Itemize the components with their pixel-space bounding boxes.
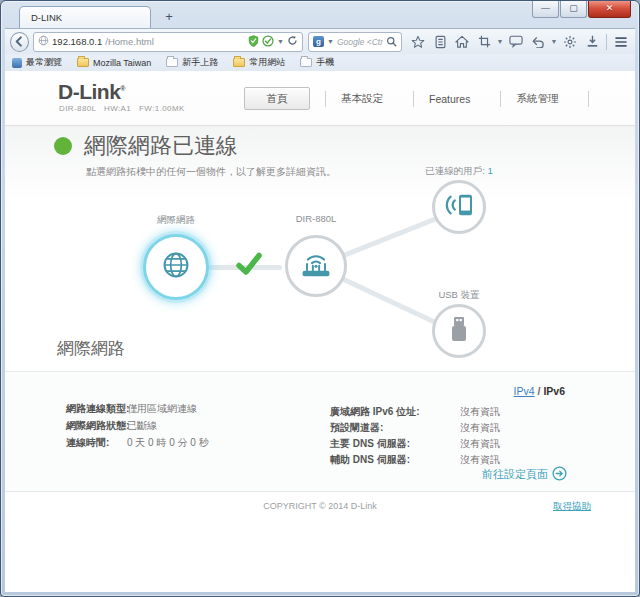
folder-icon — [77, 58, 89, 67]
nav-separator — [588, 91, 589, 107]
titlebar[interactable]: D-LINK + — ▢ ✕ — [5, 1, 635, 28]
undo-dropdown-icon[interactable]: ▼ — [549, 32, 559, 52]
toolbar-separator — [606, 34, 607, 50]
window-controls: — ▢ ✕ — [531, 1, 631, 18]
search-engine-icon[interactable]: g — [313, 36, 324, 47]
reload-icon[interactable] — [287, 35, 298, 48]
nav-tab-management[interactable]: 系統管理 — [501, 92, 573, 106]
tab-title: D-LINK — [31, 12, 62, 23]
crop-dropdown-icon[interactable]: ▼ — [495, 32, 505, 52]
usb-node[interactable] — [432, 304, 486, 358]
get-help-link[interactable]: 取得協助 — [553, 500, 591, 513]
detail-row-connection-type: 網路連線類型: — [66, 402, 129, 416]
detail-value-gateway: 沒有資訊 — [460, 421, 500, 435]
router-node-label: DIR-880L — [285, 213, 347, 224]
navigation-toolbar: 192.168.0.1 /Home.html ▼ g ▼ Google <Ctr… — [5, 28, 635, 54]
detail-value-secondary-dns: 沒有資訊 — [460, 453, 500, 467]
search-engine-dropdown-icon[interactable]: ▼ — [327, 38, 334, 45]
detail-row-gateway: 預設閘道器: — [330, 421, 383, 435]
bookmarks-menu-icon[interactable] — [429, 32, 451, 52]
model-firmware-line: DIR-880L HW:A1 FW:1.00MK — [59, 104, 185, 113]
detail-row-internet-status: 網際網路狀態: — [66, 419, 129, 433]
crop-tool-icon[interactable] — [473, 32, 495, 52]
usb-device-icon — [446, 315, 472, 347]
bookmark-getting-started[interactable]: 新手上路 — [166, 56, 218, 69]
detail-row-wan-ipv6: 廣域網路 IPv6 位址: — [330, 405, 419, 419]
clients-node-label: 已連線的用戶: 1 — [399, 165, 519, 178]
close-button[interactable]: ✕ — [588, 1, 631, 18]
globe-icon — [160, 249, 192, 285]
status-green-dot — [54, 137, 72, 155]
circle-arrow-right-icon — [552, 466, 567, 483]
registered-mark: ® — [120, 85, 125, 92]
page-viewport: D-Link® DIR-880L HW:A1 FW:1.00MK 首頁 基本設定… — [5, 71, 635, 592]
detail-value-connection-type: 僅用區域網連線 — [127, 402, 197, 416]
connection-status-subtitle: 點選網路拓樸中的任何一個物件，以了解更多詳細資訊。 — [86, 165, 336, 179]
detail-row-uptime: 連線時間: — [66, 436, 109, 450]
router-node[interactable] — [285, 235, 347, 297]
chat-bubble-icon[interactable] — [505, 32, 527, 52]
url-host: 192.168.0.1 — [52, 36, 102, 47]
dlink-home-page: D-Link® DIR-880L HW:A1 FW:1.00MK 首頁 基本設定… — [5, 71, 635, 592]
nav-tab-features[interactable]: Features — [414, 93, 485, 105]
ipv4-link[interactable]: IPv4 — [514, 385, 535, 397]
home-icon[interactable] — [451, 32, 473, 52]
wifi-client-icon — [444, 192, 474, 222]
bookmark-label: 常用網站 — [249, 56, 285, 69]
page-favicon-icon — [38, 35, 49, 48]
internet-node-label: 網際網路 — [143, 214, 209, 227]
bookmark-star-icon[interactable] — [407, 32, 429, 52]
bookmark-label: 新手上路 — [182, 56, 218, 69]
detail-value-wan-ipv6: 沒有資訊 — [460, 405, 500, 419]
bookmark-mobile[interactable]: 手機 — [300, 56, 334, 69]
maximize-button[interactable]: ▢ — [560, 1, 587, 18]
bookmark-common-sites[interactable]: 常用網站 — [233, 56, 285, 69]
search-magnifier-icon[interactable] — [386, 33, 397, 51]
go-to-settings-link[interactable]: 前往設定頁面 — [482, 466, 567, 483]
back-button[interactable] — [10, 32, 29, 52]
bookmark-mozilla-taiwan[interactable]: Mozilla Taiwan — [77, 58, 151, 68]
smart-folder-icon — [12, 58, 22, 68]
urlbar-dropdown-icon[interactable]: ▼ — [277, 38, 284, 45]
router-icon — [298, 249, 334, 283]
bookmark-most-visited[interactable]: 最常瀏覽 — [12, 56, 62, 69]
gear-icon[interactable] — [559, 32, 581, 52]
internet-section-title: 網際網路 — [57, 337, 125, 360]
new-tab-button[interactable]: + — [157, 8, 181, 27]
nav-tab-settings[interactable]: 基本設定 — [326, 92, 398, 106]
download-icon[interactable] — [581, 32, 603, 52]
browser-tab[interactable]: D-LINK — [19, 6, 151, 28]
browser-window: D-LINK + — ▢ ✕ 192.168.0.1 /Home.html — [0, 0, 640, 597]
folder-icon — [233, 58, 245, 67]
site-header: D-Link® DIR-880L HW:A1 FW:1.00MK 首頁 基本設定… — [5, 71, 635, 126]
url-path: /Home.html — [105, 36, 154, 47]
search-placeholder: Google <Ctrl+K> — [337, 37, 383, 47]
bookmark-label: Mozilla Taiwan — [93, 58, 151, 68]
ip-version-toggle: IPv4 / IPv6 — [514, 385, 565, 397]
bookmark-label: 手機 — [316, 56, 334, 69]
detail-value-primary-dns: 沒有資訊 — [460, 437, 500, 451]
green-check-icon — [235, 250, 263, 282]
clients-node[interactable] — [432, 180, 486, 234]
folder-icon — [166, 58, 178, 67]
undo-icon[interactable] — [527, 32, 549, 52]
ok-check-circle-icon[interactable] — [262, 35, 274, 49]
internet-node[interactable] — [143, 234, 209, 300]
folder-icon — [300, 58, 312, 67]
toolbar-icons: ▼ ▼ — [407, 32, 632, 52]
connection-status-title: 網際網路已連線 — [84, 131, 238, 161]
back-arrow-icon — [14, 33, 25, 51]
ipv6-tab-selected[interactable]: IPv6 — [543, 385, 565, 397]
main-navigation: 首頁 基本設定 Features 系統管理 — [244, 71, 589, 126]
menu-icon[interactable] — [610, 32, 632, 52]
detail-value-uptime: 0 天 0 時 0 分 0 秒 — [127, 436, 209, 450]
url-bar[interactable]: 192.168.0.1 /Home.html ▼ — [33, 32, 303, 52]
shield-icon[interactable] — [248, 35, 259, 49]
bookmark-label: 最常瀏覽 — [26, 56, 62, 69]
nav-tab-home[interactable]: 首頁 — [244, 87, 310, 110]
bookmarks-bar: 最常瀏覽 Mozilla Taiwan 新手上路 常用網站 手機 — [5, 54, 635, 71]
minimize-button[interactable]: — — [532, 1, 559, 18]
search-bar[interactable]: g ▼ Google <Ctrl+K> — [308, 32, 402, 52]
ip-toggle-separator: / — [538, 385, 541, 397]
usb-node-label: USB 裝置 — [429, 289, 489, 302]
